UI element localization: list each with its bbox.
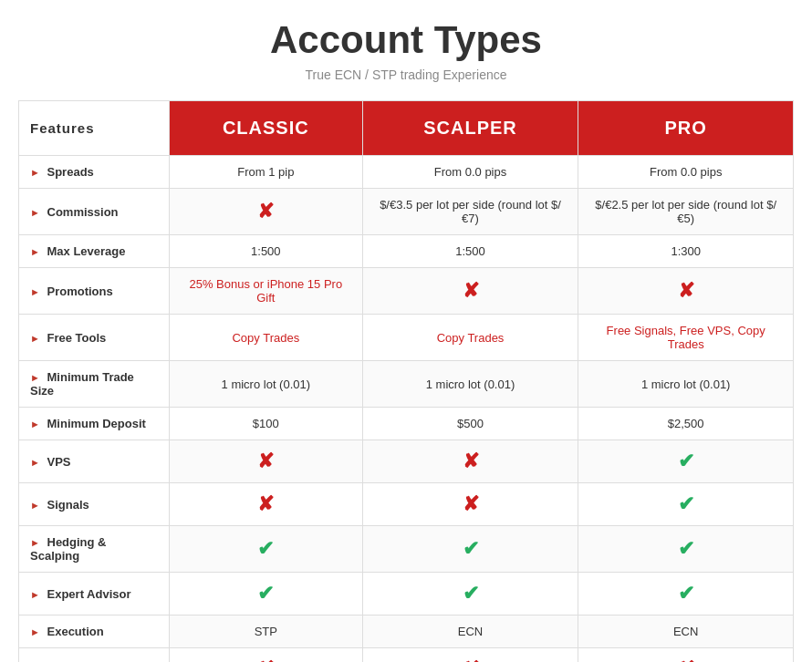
feature-cell: ► Minimum Trade Size — [19, 361, 170, 408]
feature-cell: ► Hedging & Scalping — [19, 526, 170, 573]
check-icon: ✔ — [463, 582, 479, 605]
classic-cell: ✘ — [170, 483, 363, 526]
table-row: ► Promotions25% Bonus or iPhone 15 Pro G… — [19, 268, 794, 315]
pro-cell: From 0.0 pips — [578, 156, 794, 189]
table-row: ► Max Leverage1:5001:5001:300 — [19, 235, 794, 268]
arrow-icon: ► — [30, 626, 40, 637]
pro-cell: ✔ — [578, 483, 794, 526]
table-row: ► Free ToolsCopy TradesCopy TradesFree S… — [19, 315, 794, 361]
pro-cell: ✘ — [578, 268, 794, 315]
cross-icon: ✘ — [257, 492, 274, 515]
classic-cell: ✘ — [170, 189, 363, 235]
arrow-icon: ► — [30, 333, 40, 344]
free-tools-link[interactable]: Copy Trades — [437, 331, 505, 345]
cross-icon: ✘ — [463, 657, 479, 662]
feature-cell: ► Commission — [19, 189, 170, 235]
cross-icon: ✘ — [463, 279, 479, 302]
classic-cell: 1:500 — [170, 235, 363, 268]
scalper-cell: ECN — [362, 615, 578, 648]
pro-cell: $2,500 — [578, 408, 794, 440]
pro-cell: ✔ — [578, 440, 794, 483]
table-row: ► Re-Quotes✘✘✘ — [19, 648, 794, 663]
check-icon: ✔ — [257, 582, 274, 605]
free-tools-link[interactable]: Free Signals, Free VPS, Copy Trades — [607, 324, 765, 351]
cross-icon: ✘ — [678, 279, 694, 302]
cross-icon: ✘ — [257, 200, 274, 222]
check-icon: ✔ — [678, 582, 694, 605]
cross-icon: ✘ — [463, 492, 479, 515]
feature-cell: ► Expert Advisor — [19, 573, 170, 615]
arrow-icon: ► — [30, 457, 40, 468]
scalper-cell: ✘ — [362, 268, 578, 315]
page-title: Account Types — [18, 18, 794, 62]
free-tools-link[interactable]: Copy Trades — [232, 331, 299, 345]
feature-cell: ► Minimum Deposit — [19, 408, 170, 440]
scalper-cell: Copy Trades — [362, 315, 578, 361]
column-header-scalper: SCALPER — [362, 101, 578, 156]
pro-cell: Free Signals, Free VPS, Copy Trades — [578, 315, 794, 361]
feature-cell: ► VPS — [19, 440, 170, 483]
scalper-cell: $500 — [362, 408, 578, 440]
feature-cell: ► Max Leverage — [19, 235, 170, 268]
arrow-icon: ► — [30, 589, 40, 600]
scalper-cell: 1:500 — [362, 235, 578, 268]
check-icon: ✔ — [678, 492, 694, 515]
promo-link[interactable]: 25% Bonus or iPhone 15 Pro Gift — [189, 277, 342, 305]
table-row: ► Signals✘✘✔ — [19, 483, 794, 526]
arrow-icon: ► — [30, 419, 40, 429]
pro-cell: 1:300 — [578, 235, 794, 268]
arrow-icon: ► — [30, 372, 40, 383]
table-row: ► SpreadsFrom 1 pipFrom 0.0 pipsFrom 0.0… — [19, 156, 794, 189]
table-row: ► Minimum Trade Size1 micro lot (0.01)1 … — [19, 361, 794, 408]
classic-cell: 25% Bonus or iPhone 15 Pro Gift — [170, 268, 363, 315]
table-row: ► Commission✘$/€3.5 per lot per side (ro… — [19, 189, 794, 235]
page-subtitle: True ECN / STP trading Experience — [18, 67, 794, 82]
cross-icon: ✘ — [678, 657, 694, 662]
scalper-cell: ✔ — [362, 573, 578, 615]
pro-cell: 1 micro lot (0.01) — [578, 361, 794, 408]
arrow-icon: ► — [30, 500, 40, 511]
classic-cell: STP — [170, 615, 363, 648]
pro-cell: $/€2.5 per lot per side (round lot $/€5) — [578, 189, 794, 235]
feature-cell: ► Free Tools — [19, 315, 170, 361]
feature-cell: ► Spreads — [19, 156, 170, 189]
cross-icon: ✘ — [463, 450, 479, 472]
check-icon: ✔ — [463, 537, 479, 560]
feature-cell: ► Promotions — [19, 268, 170, 315]
feature-cell: ► Execution — [19, 615, 170, 648]
cross-icon: ✘ — [257, 657, 274, 662]
classic-cell: ✘ — [170, 440, 363, 483]
feature-cell: ► Re-Quotes — [19, 648, 170, 663]
pro-cell: ✔ — [578, 526, 794, 573]
comparison-table: Features CLASSIC SCALPER PRO ► SpreadsFr… — [18, 100, 794, 662]
classic-cell: Copy Trades — [170, 315, 363, 361]
scalper-cell: From 0.0 pips — [362, 156, 578, 189]
column-header-classic: CLASSIC — [170, 101, 363, 156]
pro-cell: ✔ — [578, 573, 794, 615]
table-row: ► Expert Advisor✔✔✔ — [19, 573, 794, 615]
arrow-icon: ► — [30, 167, 40, 178]
table-row: ► ExecutionSTPECNECN — [19, 615, 794, 648]
arrow-icon: ► — [30, 286, 40, 297]
check-icon: ✔ — [678, 537, 694, 560]
column-header-pro: PRO — [578, 101, 794, 156]
cross-icon: ✘ — [257, 450, 274, 472]
feature-cell: ► Signals — [19, 483, 170, 526]
table-row: ► Hedging & Scalping✔✔✔ — [19, 526, 794, 573]
classic-cell: ✔ — [170, 526, 363, 573]
classic-cell: From 1 pip — [170, 156, 363, 189]
table-row: ► VPS✘✘✔ — [19, 440, 794, 483]
classic-cell: ✘ — [170, 648, 363, 663]
scalper-cell: ✘ — [362, 648, 578, 663]
classic-cell: $100 — [170, 408, 363, 440]
pro-cell: ECN — [578, 615, 794, 648]
classic-cell: ✔ — [170, 573, 363, 615]
arrow-icon: ► — [30, 537, 40, 548]
classic-cell: 1 micro lot (0.01) — [170, 361, 363, 408]
check-icon: ✔ — [257, 537, 274, 560]
arrow-icon: ► — [30, 246, 40, 257]
arrow-icon: ► — [30, 207, 40, 218]
scalper-cell: ✘ — [362, 440, 578, 483]
scalper-cell: ✔ — [362, 526, 578, 573]
features-header: Features — [19, 101, 170, 156]
